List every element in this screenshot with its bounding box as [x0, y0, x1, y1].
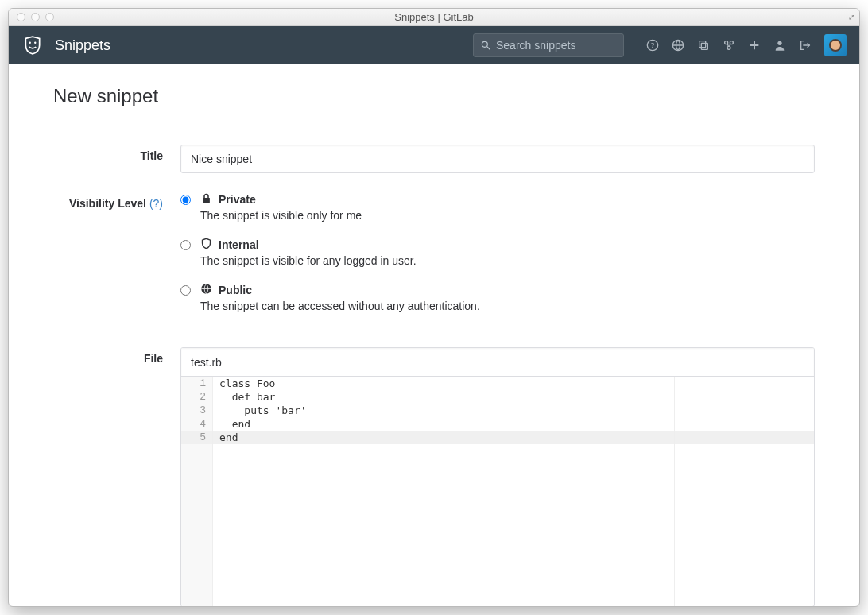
search-box[interactable]	[473, 33, 624, 57]
svg-rect-7	[701, 43, 707, 49]
line-content[interactable]: end	[213, 417, 814, 431]
page-title: New snippet	[53, 85, 815, 107]
gitlab-logo[interactable]	[21, 34, 44, 56]
svg-text:?: ?	[651, 41, 655, 49]
copy-icon[interactable]	[697, 39, 710, 52]
window-minimize-button[interactable]	[31, 13, 40, 21]
svg-rect-16	[203, 198, 210, 203]
file-label: File	[53, 347, 180, 606]
filename-input[interactable]	[181, 348, 814, 377]
visibility-internal-desc: The snippet is visible for any logged in…	[200, 254, 417, 267]
code-line[interactable]: 1class Foo	[181, 377, 814, 390]
code-line[interactable]: 5end	[181, 431, 814, 444]
line-number: 4	[181, 417, 213, 431]
print-margin	[674, 377, 675, 606]
svg-point-2	[482, 41, 487, 47]
visibility-private-label: Private	[219, 193, 256, 206]
search-icon	[480, 40, 491, 51]
visibility-help-link[interactable]: (?)	[149, 197, 163, 210]
globe-icon	[200, 283, 212, 297]
svg-line-3	[487, 47, 490, 50]
svg-rect-8	[699, 41, 706, 48]
visibility-label: Visibility Level	[69, 197, 146, 210]
window-zoom-button[interactable]	[45, 13, 54, 21]
lock-icon	[200, 192, 212, 207]
title-input[interactable]	[180, 145, 815, 173]
line-number: 5	[181, 431, 213, 444]
line-content[interactable]: puts 'bar'	[213, 404, 814, 417]
line-number: 2	[181, 390, 213, 404]
settings-icon[interactable]	[723, 39, 735, 52]
line-content[interactable]: class Foo	[213, 377, 814, 390]
code-editor[interactable]: 1class Foo2 def bar3 puts 'bar'4 end5end	[181, 377, 814, 606]
visibility-radio-public[interactable]	[180, 285, 191, 296]
line-content[interactable]: def bar	[213, 390, 814, 404]
title-label: Title	[53, 145, 180, 173]
svg-point-0	[29, 42, 31, 44]
line-number: 1	[181, 377, 213, 390]
globe-icon[interactable]	[672, 39, 684, 52]
line-number: 3	[181, 404, 213, 417]
code-line[interactable]: 3 puts 'bar'	[181, 404, 814, 417]
user-icon[interactable]	[773, 39, 786, 52]
divider	[53, 122, 815, 122]
avatar[interactable]	[824, 34, 847, 56]
top-navbar: Snippets ?	[9, 26, 859, 64]
signout-icon[interactable]	[799, 39, 812, 52]
window-close-button[interactable]	[17, 13, 25, 21]
svg-point-14	[777, 41, 781, 45]
svg-point-11	[727, 46, 730, 49]
fullscreen-icon[interactable]: ⤢	[848, 13, 854, 21]
visibility-radio-internal[interactable]	[180, 240, 191, 250]
visibility-public-desc: The snippet can be accessed without any …	[200, 300, 480, 312]
window-title: Snippets | GitLab	[9, 11, 859, 23]
visibility-private-desc: The snippet is visible only for me	[200, 209, 362, 222]
visibility-radio-private[interactable]	[180, 195, 191, 205]
help-icon[interactable]: ?	[646, 39, 659, 52]
line-content[interactable]: end	[213, 431, 814, 444]
code-line[interactable]: 2 def bar	[181, 390, 814, 404]
visibility-public-label: Public	[219, 284, 252, 296]
window-titlebar: Snippets | GitLab ⤢	[9, 9, 859, 26]
plus-icon[interactable]	[748, 39, 761, 52]
code-line[interactable]: 4 end	[181, 417, 814, 431]
search-input[interactable]	[496, 39, 617, 52]
nav-section-title[interactable]: Snippets	[55, 37, 110, 54]
visibility-internal-label: Internal	[219, 238, 259, 251]
svg-point-1	[34, 42, 36, 44]
shield-icon	[200, 238, 212, 252]
